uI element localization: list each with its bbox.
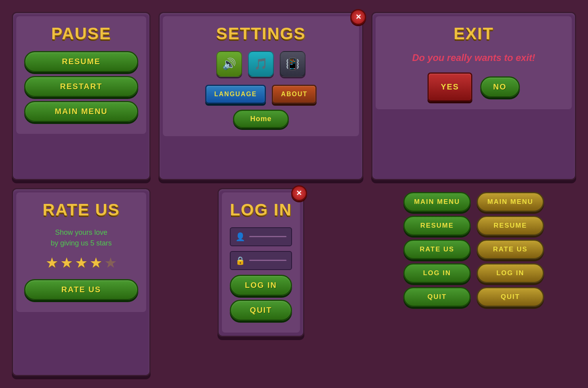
login-panel: ✕ LOG IN 👤 🔒 LOG IN QUIT: [218, 188, 304, 337]
rate-us-button[interactable]: RATE US: [24, 279, 138, 300]
gold-main-menu-button[interactable]: MAIN MENU: [477, 192, 544, 212]
yes-button[interactable]: YES: [428, 72, 472, 101]
star-4[interactable]: ★: [90, 255, 102, 271]
green-log-in-button[interactable]: LOG IN: [403, 263, 471, 283]
gold-quit-button[interactable]: QUIT: [477, 287, 544, 307]
gold-buttons-column: MAIN MENU RESUME RATE US LOG IN QUIT: [477, 192, 544, 307]
green-rate-us-button[interactable]: RATE US: [403, 240, 471, 259]
main-container: PAUSE RESUME RESTART MAIN MENU ✕ SETTING…: [0, 0, 588, 388]
vibrate-icon-button[interactable]: 📳: [280, 51, 305, 77]
sound-icon: 🔊: [222, 57, 236, 70]
login-panel-inner: LOG IN 👤 🔒 LOG IN QUIT: [222, 192, 300, 333]
pause-panel: PAUSE RESUME RESTART MAIN MENU: [12, 12, 151, 180]
rate-panel-inner: RATE US Show yours loveby giving us 5 st…: [16, 192, 146, 312]
home-btn-wrap: Home: [171, 110, 351, 128]
username-field[interactable]: 👤: [230, 227, 292, 246]
buttons-columns: MAIN MENU RESUME RATE US LOG IN QUIT MAI…: [371, 188, 576, 377]
settings-title: SETTINGS: [171, 24, 351, 43]
lock-icon: 🔒: [235, 256, 245, 265]
settings-panel-inner: SETTINGS 🔊 🎵 📳 LANGUAGE ABOUT Home: [163, 16, 359, 136]
rate-us-subtitle: Show yours loveby giving us 5 stars: [24, 227, 138, 249]
quit-button[interactable]: QUIT: [230, 300, 292, 321]
pause-panel-inner: PAUSE RESUME RESTART MAIN MENU: [16, 16, 146, 134]
green-main-menu-button[interactable]: MAIN MENU: [403, 192, 471, 212]
star-1[interactable]: ★: [46, 255, 58, 271]
gold-log-in-button[interactable]: LOG IN: [477, 263, 544, 283]
user-icon: 👤: [235, 232, 245, 242]
login-button[interactable]: LOG IN: [230, 275, 292, 296]
star-2[interactable]: ★: [60, 255, 73, 271]
music-icon: 🎵: [254, 57, 268, 70]
exit-buttons-row: YES NO: [384, 72, 564, 101]
gold-resume-button[interactable]: RESUME: [477, 216, 544, 236]
exit-panel: EXIT Do you really wants to exit! YES NO: [371, 12, 576, 180]
rate-us-title: RATE US: [24, 200, 138, 219]
green-buttons-column: MAIN MENU RESUME RATE US LOG IN QUIT: [403, 192, 471, 307]
about-button[interactable]: ABOUT: [272, 85, 317, 104]
resume-button[interactable]: RESUME: [24, 51, 138, 72]
settings-panel: ✕ SETTINGS 🔊 🎵 📳 LANGUAGE ABOUT Home: [158, 12, 363, 180]
login-title: LOG IN: [230, 200, 292, 219]
password-line: [249, 260, 286, 261]
exit-title: EXIT: [384, 24, 564, 43]
settings-icons-row: 🔊 🎵 📳: [171, 51, 351, 77]
exit-message: Do you really wants to exit!: [384, 51, 564, 65]
home-button[interactable]: Home: [233, 110, 288, 128]
star-3[interactable]: ★: [75, 255, 88, 271]
main-menu-button[interactable]: MAIN MENU: [24, 101, 138, 122]
music-icon-button[interactable]: 🎵: [248, 51, 274, 77]
gold-rate-us-button[interactable]: RATE US: [477, 240, 544, 259]
exit-panel-inner: EXIT Do you really wants to exit! YES NO: [376, 16, 572, 109]
sound-icon-button[interactable]: 🔊: [216, 51, 242, 77]
language-button[interactable]: LANGUAGE: [205, 85, 266, 104]
stars-row: ★ ★ ★ ★ ★: [24, 255, 138, 271]
settings-close-button[interactable]: ✕: [350, 9, 366, 25]
no-button[interactable]: NO: [480, 76, 520, 97]
password-field[interactable]: 🔒: [230, 251, 292, 270]
username-line: [249, 236, 286, 237]
rate-panel: RATE US Show yours loveby giving us 5 st…: [12, 188, 151, 377]
star-5[interactable]: ★: [104, 255, 117, 271]
restart-button[interactable]: RESTART: [24, 76, 138, 97]
green-quit-button[interactable]: QUIT: [403, 287, 471, 307]
green-resume-button[interactable]: RESUME: [403, 216, 471, 236]
vibrate-icon: 📳: [286, 57, 300, 70]
login-close-button[interactable]: ✕: [291, 185, 307, 201]
settings-btn-row: LANGUAGE ABOUT: [171, 85, 351, 104]
pause-title: PAUSE: [24, 24, 138, 43]
